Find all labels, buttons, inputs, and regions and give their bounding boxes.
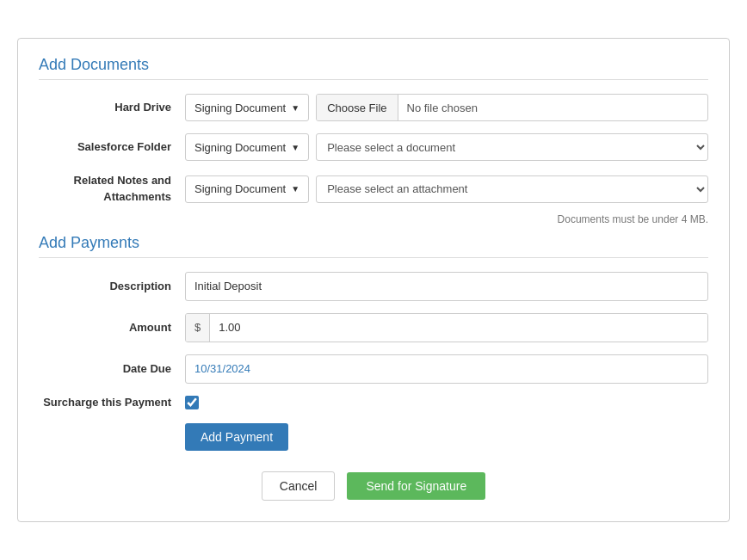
surcharge-label: Surcharge this Payment: [39, 396, 185, 409]
amount-wrapper: $: [185, 313, 708, 342]
add-payments-section: Add Payments Description Amount $ Date D…: [39, 234, 708, 451]
main-container: Add Documents Hard Drive Signing Documen…: [17, 38, 730, 521]
date-due-label: Date Due: [39, 361, 185, 377]
hard-drive-controls: Signing Document ▼ Choose File No file c…: [185, 94, 708, 121]
date-due-row: Date Due: [39, 354, 708, 384]
documents-divider: [39, 79, 708, 80]
add-payment-button[interactable]: Add Payment: [185, 423, 288, 451]
cancel-button[interactable]: Cancel: [262, 471, 336, 501]
hard-drive-dropdown[interactable]: Signing Document ▼: [185, 94, 309, 121]
chevron-down-icon: ▼: [291, 143, 299, 152]
date-due-input[interactable]: [185, 354, 708, 384]
action-row: Cancel Send for Signature: [39, 471, 708, 501]
salesforce-folder-label: Salesforce Folder: [39, 139, 185, 155]
surcharge-checkbox[interactable]: [185, 396, 199, 409]
payments-divider: [39, 257, 708, 258]
related-notes-controls: Signing Document ▼ Please select an atta…: [185, 175, 708, 203]
description-row: Description: [39, 272, 708, 301]
add-payment-btn-wrapper: Add Payment: [185, 423, 708, 451]
description-input[interactable]: [185, 272, 708, 301]
amount-row: Amount $: [39, 313, 708, 342]
hard-drive-label: Hard Drive: [39, 100, 185, 115]
chevron-down-icon: ▼: [291, 184, 299, 194]
amount-label: Amount: [39, 320, 185, 335]
add-documents-title: Add Documents: [39, 56, 708, 74]
related-notes-label: Related Notes and Attachments: [39, 173, 185, 204]
add-documents-section: Add Documents Hard Drive Signing Documen…: [39, 56, 708, 225]
send-signature-button[interactable]: Send for Signature: [347, 472, 485, 500]
documents-note: Documents must be under 4 MB.: [39, 213, 708, 225]
add-payments-title: Add Payments: [39, 234, 708, 252]
salesforce-folder-controls: Signing Document ▼ Please select a docum…: [185, 133, 708, 161]
salesforce-dropdown[interactable]: Signing Document ▼: [185, 133, 309, 161]
chevron-down-icon: ▼: [291, 103, 299, 113]
salesforce-folder-select[interactable]: Please select a document: [316, 133, 708, 161]
salesforce-folder-row: Salesforce Folder Signing Document ▼ Ple…: [39, 133, 708, 161]
hard-drive-row: Hard Drive Signing Document ▼ Choose Fil…: [39, 94, 708, 121]
currency-symbol: $: [186, 314, 210, 342]
no-file-text: No file chosen: [398, 102, 486, 114]
file-input-wrapper: Choose File No file chosen: [316, 94, 708, 121]
related-notes-dropdown[interactable]: Signing Document ▼: [185, 175, 309, 203]
attachment-select[interactable]: Please select an attachment: [316, 175, 708, 203]
surcharge-row: Surcharge this Payment: [39, 396, 708, 409]
related-notes-row: Related Notes and Attachments Signing Do…: [39, 173, 708, 204]
description-label: Description: [39, 279, 185, 294]
amount-input[interactable]: [210, 314, 707, 342]
choose-file-button[interactable]: Choose File: [317, 95, 398, 120]
